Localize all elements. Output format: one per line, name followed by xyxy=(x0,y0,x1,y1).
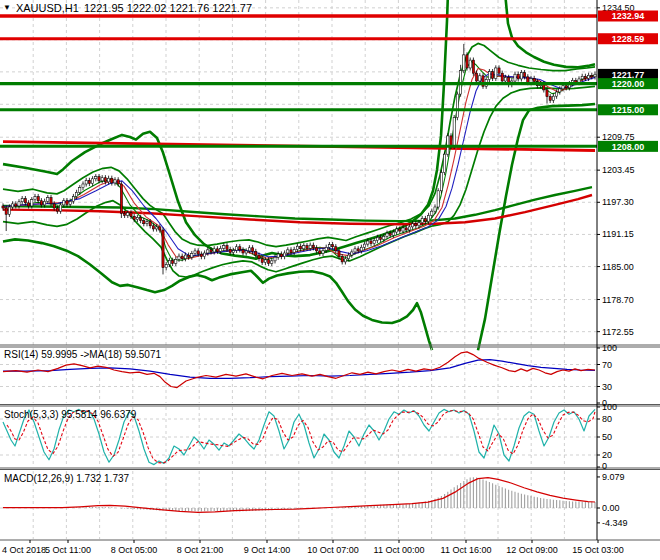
candle-body xyxy=(136,217,138,219)
candle-body xyxy=(79,188,81,193)
candle-body xyxy=(255,251,257,255)
candle-body xyxy=(69,201,71,204)
rsi-scale-label: 30 xyxy=(602,382,612,392)
candle-body xyxy=(495,68,497,78)
candle-body xyxy=(344,259,346,262)
candle-body xyxy=(415,224,417,226)
price-tick-label: 1191.15 xyxy=(602,229,634,239)
candle-body xyxy=(364,244,366,247)
candle-body xyxy=(159,227,161,230)
support-price-badge-label: 1208.00 xyxy=(612,142,645,152)
candle-body xyxy=(216,249,218,252)
candle-body xyxy=(296,246,298,249)
candle-body xyxy=(402,228,404,231)
stoch-scale-label: 0 xyxy=(602,461,607,471)
candle-body xyxy=(408,227,410,230)
candle-body xyxy=(527,77,529,83)
chart-title: ▼ XAUUSD,H1 1221.95 1222.02 1221.76 1221… xyxy=(3,2,252,14)
stoch-scale-label: 50 xyxy=(602,432,612,442)
candle-body xyxy=(399,229,401,231)
candle-body xyxy=(421,219,423,223)
candle-body xyxy=(31,200,33,206)
candle-body xyxy=(559,89,561,92)
candle-body xyxy=(405,228,407,230)
candle-body xyxy=(47,198,49,202)
candle-body xyxy=(12,204,14,207)
candle-body xyxy=(434,207,436,211)
candle-body xyxy=(466,55,468,68)
candle-body xyxy=(152,226,154,229)
candle-body xyxy=(220,248,222,251)
candle-body xyxy=(476,73,478,81)
candle-body xyxy=(351,252,353,255)
candle-body xyxy=(472,60,474,73)
candle-body xyxy=(348,255,350,259)
candle-body xyxy=(223,246,225,249)
candle-body xyxy=(383,236,385,239)
candle-body xyxy=(76,192,78,196)
candle-body xyxy=(284,253,286,257)
candle-body xyxy=(156,227,158,229)
stoch-indicator-label: Stoch(5,3,3) 95.5814 96.6379 xyxy=(4,409,136,420)
candle-body xyxy=(479,76,481,81)
candle-body xyxy=(312,245,314,248)
candle-body xyxy=(111,178,113,183)
candle-body xyxy=(104,178,106,182)
candle-body xyxy=(252,248,254,252)
candle-body xyxy=(488,72,490,80)
candle-body xyxy=(34,197,36,200)
candle-body xyxy=(66,201,68,205)
resistance-price-badge-label: 1232.94 xyxy=(612,11,645,21)
candle-body xyxy=(162,230,164,268)
candle-body xyxy=(338,251,340,257)
symbol-dropdown-icon[interactable]: ▼ xyxy=(3,3,11,13)
candle-body xyxy=(239,247,241,250)
candle-body xyxy=(389,233,391,235)
candle-body xyxy=(431,211,433,215)
candle-body xyxy=(552,96,554,100)
candle-body xyxy=(2,206,4,208)
candle-body xyxy=(146,222,148,224)
candle-body xyxy=(130,213,132,217)
candle-body xyxy=(594,74,596,77)
rsi-scale-label: 100 xyxy=(602,343,617,353)
candle-body xyxy=(392,232,394,235)
candle-body xyxy=(37,197,39,201)
candle-body xyxy=(44,201,46,205)
candle-body xyxy=(581,76,583,79)
candle-body xyxy=(533,78,535,81)
candle-body xyxy=(53,204,55,208)
candle-body xyxy=(133,216,135,219)
candle-body xyxy=(386,233,388,236)
candle-body xyxy=(360,247,362,251)
candle-body xyxy=(268,260,270,264)
candle-body xyxy=(82,184,84,188)
time-tick-label: 11 Oct 16:00 xyxy=(441,545,492,555)
candle-body xyxy=(440,173,442,191)
candle-body xyxy=(328,245,330,248)
candle-body xyxy=(357,249,359,251)
candle-body xyxy=(191,254,193,258)
candle-body xyxy=(213,249,215,252)
price-tick-label: 1178.70 xyxy=(602,295,634,305)
candle-body xyxy=(584,76,586,78)
price-tick-label: 1197.30 xyxy=(602,197,634,207)
candle-body xyxy=(21,199,23,202)
macd-scale-label: 9.079 xyxy=(602,472,625,482)
resistance-price-badge-label: 1228.59 xyxy=(612,34,645,44)
price-tick-label: 1172.55 xyxy=(602,327,634,337)
candle-body xyxy=(549,97,551,101)
candle-body xyxy=(453,118,455,147)
candle-body xyxy=(108,178,110,182)
time-tick-label: 15 Oct 03:00 xyxy=(572,545,624,555)
rsi-scale-label: 70 xyxy=(602,360,612,370)
candle-body xyxy=(60,205,62,211)
time-tick-label: 11 Oct 00:00 xyxy=(374,545,425,555)
candle-body xyxy=(149,222,151,226)
candle-body xyxy=(165,265,167,268)
candle-body xyxy=(412,224,414,227)
candle-body xyxy=(306,246,308,249)
candle-body xyxy=(95,177,97,179)
candle-body xyxy=(456,94,458,118)
candle-body xyxy=(8,207,10,214)
